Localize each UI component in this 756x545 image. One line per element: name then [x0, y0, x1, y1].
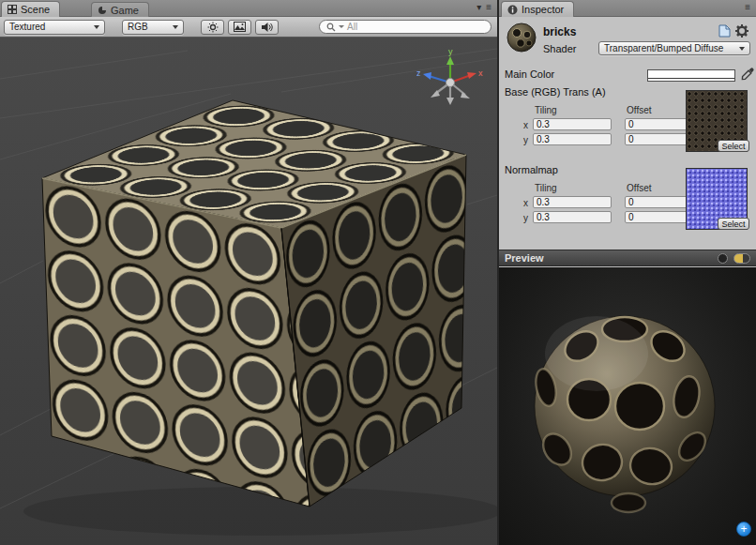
scene-pane: Scene Game ▾ ≡ Textured RGB	[0, 0, 497, 545]
gizmo-x-cone[interactable]	[467, 72, 476, 79]
dropdown-arrow-icon	[739, 47, 745, 51]
normalmap-x-tiling-input[interactable]	[533, 196, 612, 208]
tab-scene[interactable]: Scene	[1, 1, 60, 17]
draw-mode-dropdown[interactable]: Textured	[4, 20, 105, 35]
scene-tab-dropdown-icon[interactable]: ▾	[476, 2, 483, 12]
gizmo-z-label: z	[416, 68, 421, 78]
gizmo-y-cone[interactable]	[446, 56, 454, 65]
speaker-icon	[261, 22, 273, 33]
draw-mode-value: Textured	[9, 22, 45, 32]
unity-editor-window: Scene Game ▾ ≡ Textured RGB	[0, 0, 756, 545]
search-icon	[326, 23, 336, 32]
tab-game-label: Game	[111, 5, 139, 16]
inspector-tabbar: Inspector ≡	[499, 0, 756, 17]
info-icon	[507, 5, 518, 15]
color-mode-dropdown[interactable]: RGB	[122, 20, 184, 35]
gear-icon[interactable]	[735, 24, 749, 38]
preview-viewport[interactable]: +	[499, 267, 756, 545]
preview-add-label: +	[740, 522, 747, 536]
normalmap-tiling-header: Tiling	[535, 183, 557, 193]
preview-title: Preview	[505, 252, 544, 264]
base-x-tiling-input[interactable]	[533, 118, 612, 130]
normalmap-select-label: Select	[721, 220, 745, 229]
search-text: All	[347, 22, 357, 32]
color-mode-value: RGB	[128, 22, 148, 32]
shader-dropdown[interactable]: Transparent/Bumped Diffuse	[598, 41, 750, 55]
inspector-tab-menu-icon[interactable]: ≡	[745, 2, 752, 12]
normalmap-y-tiling-input[interactable]	[533, 211, 612, 223]
base-tiling-header: Tiling	[535, 105, 557, 115]
gizmo-z-cone[interactable]	[423, 72, 431, 80]
preview-sphere[interactable]	[499, 267, 756, 545]
tab-inspector[interactable]: Inspector	[501, 1, 574, 17]
normalmap-offset-header: Offset	[627, 183, 652, 193]
gizmo-y-label: y	[448, 47, 453, 56]
inspector-pane: Inspector ≡ bricks	[499, 0, 756, 545]
grid-icon	[8, 5, 17, 14]
gizmo-x-label: x	[478, 68, 483, 78]
dropdown-arrow-icon	[94, 25, 99, 29]
game-icon	[98, 6, 107, 15]
base-select-label: Select	[721, 142, 745, 151]
scene-cube[interactable]	[42, 100, 466, 507]
shader-label: Shader	[543, 43, 576, 54]
tab-game[interactable]: Game	[91, 2, 149, 17]
base-y-tiling-input[interactable]	[533, 133, 612, 145]
base-section-label: Base (RGB) Trans (A)	[505, 86, 606, 98]
tab-inspector-label: Inspector	[522, 4, 564, 15]
preview-model-icon[interactable]	[718, 253, 728, 264]
base-axis-x-label: x	[523, 120, 528, 130]
eyedropper-icon[interactable]	[741, 67, 755, 81]
preview-add-button[interactable]: +	[736, 522, 751, 537]
normalmap-section-label: Normalmap	[505, 164, 558, 175]
doc-icon[interactable]	[718, 24, 731, 38]
lighting-toggle-button[interactable]	[201, 20, 224, 35]
landscape-icon	[234, 22, 246, 32]
scene-toolbar: Textured RGB	[0, 17, 497, 38]
tab-scene-label: Scene	[21, 4, 50, 15]
material-ball-icon	[506, 22, 537, 53]
base-select-button[interactable]: Select	[718, 140, 749, 152]
sun-icon	[207, 22, 219, 33]
scene-tabbar: Scene Game ▾ ≡	[0, 0, 497, 17]
base-offset-header: Offset	[627, 105, 652, 115]
normalmap-select-button[interactable]: Select	[718, 218, 749, 230]
scene-search-input[interactable]: All	[319, 20, 491, 34]
normalmap-axis-y-label: y	[523, 213, 528, 223]
dropdown-arrow-icon	[173, 25, 178, 29]
main-color-label: Main Color	[505, 68, 554, 80]
shader-value: Transparent/Bumped Diffuse	[604, 43, 723, 53]
search-filter-arrow-icon	[339, 25, 344, 28]
main-color-swatch[interactable]	[647, 69, 735, 82]
preview-lighting-icon[interactable]	[733, 253, 750, 264]
orientation-gizmo[interactable]: y x z	[416, 47, 484, 114]
effects-toggle-button[interactable]	[228, 20, 251, 35]
scene-tab-menu-icon[interactable]: ≡	[486, 2, 493, 12]
normalmap-axis-x-label: x	[523, 198, 528, 208]
material-name: bricks	[543, 25, 576, 38]
scene-viewport[interactable]: y x z	[0, 38, 497, 545]
base-axis-y-label: y	[523, 135, 528, 145]
preview-header[interactable]: Preview	[499, 250, 756, 266]
audio-toggle-button[interactable]	[255, 20, 279, 35]
